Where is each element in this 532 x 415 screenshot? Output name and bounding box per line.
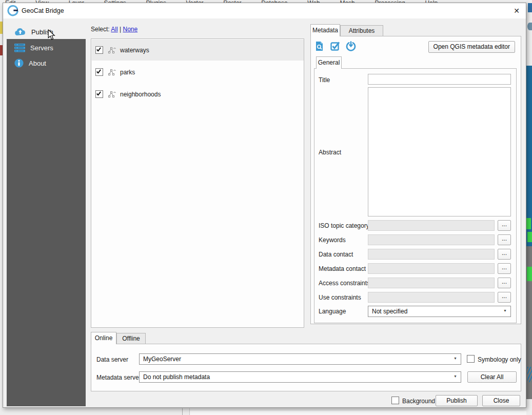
vector-layer-icon [108, 91, 117, 98]
select-none-link[interactable]: None [123, 26, 138, 33]
access-constraints-field [368, 278, 495, 288]
layer-row[interactable]: waterways [92, 39, 304, 61]
geocat-bridge-dialog: GeoCat Bridge ✕ Publish Servers [3, 3, 526, 408]
data-server-value: MyGeoServer [143, 355, 181, 363]
clear-all-button[interactable]: Clear All [467, 371, 517, 383]
tab-online-label: Online [95, 334, 113, 342]
background-checkbox[interactable] [391, 397, 399, 404]
server-stack-icon [14, 44, 25, 52]
select-separator: | [120, 26, 121, 33]
vector-layer-icon [108, 47, 117, 54]
layer-name: waterways [120, 47, 149, 54]
validate-metadata-icon [330, 41, 341, 51]
open-editor-label: Open QGIS metadata editor [434, 43, 510, 50]
metadata-contact-ellipsis-button[interactable]: ... [498, 263, 511, 274]
qgis-toolbar-icon-fragment [528, 3, 532, 12]
layer-name: parks [120, 69, 135, 76]
map-park-fragment-3 [527, 267, 532, 281]
language-value: Not specified [372, 308, 407, 315]
abstract-textarea[interactable] [368, 87, 511, 216]
check-icon [96, 69, 102, 74]
tab-offline[interactable]: Offline [116, 333, 146, 344]
symbology-only-checkbox[interactable] [467, 355, 475, 363]
publish-button[interactable]: Publish [436, 395, 478, 406]
close-icon[interactable]: ✕ [510, 5, 523, 17]
iso-topic-category-field [368, 220, 495, 231]
chevron-down-icon: ▼ [454, 371, 457, 382]
qgis-map-strip [526, 0, 532, 415]
select-bar: Select: All | None [91, 26, 137, 33]
qgis-bottom-fragment [0, 408, 526, 415]
metadata-contact-field [368, 263, 495, 274]
mouse-cursor-icon [48, 29, 55, 41]
language-select[interactable]: Not specified ▼ [368, 306, 511, 317]
layer-checkbox[interactable] [95, 68, 103, 76]
layer-row[interactable]: parks [92, 62, 304, 83]
sidebar-item-publish[interactable]: Publish [7, 25, 86, 39]
metadata-server-label: Metadata server [96, 374, 141, 381]
chevron-down-icon: ▼ [503, 306, 507, 316]
dialog-titlebar[interactable]: GeoCat Bridge ✕ [3, 3, 526, 18]
keywords-field [368, 234, 495, 245]
load-metadata-button[interactable] [346, 41, 356, 51]
sidebar [7, 39, 86, 406]
layer-name: neighborhoods [120, 91, 161, 98]
layer-checkbox[interactable] [95, 46, 103, 54]
field-label: Data contact [319, 251, 353, 258]
tab-attributes[interactable]: Attributes [340, 25, 383, 36]
layer-row[interactable]: neighborhoods [92, 84, 304, 105]
online-pane: Data server MyGeoServer ▼ Symbology only… [91, 344, 521, 391]
window-title: GeoCat Bridge [22, 3, 64, 18]
general-group: Title Abstract ISO topic category ... Ke… [314, 68, 517, 323]
use-constraints-field [368, 292, 495, 303]
panel-divider [182, 408, 183, 415]
layer-list: waterways parks [91, 38, 304, 328]
metadata-pane: Open QGIS metadata editor General Title … [310, 36, 521, 324]
select-label: Select: [91, 26, 110, 33]
map-park-fragment-2 [527, 232, 532, 242]
info-circle-icon [14, 58, 24, 68]
field-label: Keywords [319, 236, 346, 244]
title-input[interactable] [368, 74, 511, 85]
vector-layer-icon [108, 69, 117, 76]
qgis-toolbar-icon-fragment-2 [527, 23, 532, 30]
data-server-select[interactable]: MyGeoServer ▼ [139, 353, 461, 365]
sidebar-item-servers[interactable]: Servers [7, 41, 86, 55]
map-park-fragment [526, 218, 531, 229]
data-contact-field [368, 249, 495, 260]
language-label: Language [319, 308, 346, 315]
field-label: Metadata contact [319, 265, 366, 272]
tab-online[interactable]: Online [91, 332, 116, 344]
data-contact-ellipsis-button[interactable]: ... [498, 249, 511, 260]
chevron-down-icon: ▼ [454, 353, 457, 364]
tab-general-label: General [318, 59, 340, 66]
abstract-label: Abstract [319, 149, 341, 156]
field-label: Use constraints [319, 294, 361, 301]
select-all-link[interactable]: All [111, 26, 117, 33]
check-icon [96, 91, 102, 96]
use-constraints-ellipsis-button[interactable]: ... [498, 292, 511, 303]
keywords-ellipsis-button[interactable]: ... [498, 234, 511, 245]
tab-attributes-label: Attributes [349, 27, 375, 34]
load-metadata-icon [346, 41, 356, 51]
tab-metadata[interactable]: Metadata [310, 24, 340, 36]
field-label: ISO topic category [319, 222, 369, 229]
screen: Edit View Layer Settings Plugins Vector … [0, 0, 532, 415]
validate-metadata-button[interactable] [330, 41, 341, 51]
metadata-server-select[interactable]: Do not publish metadata ▼ [139, 371, 461, 383]
sidebar-item-label: About [29, 60, 46, 67]
title-label: Title [319, 76, 330, 84]
iso-topic-category-ellipsis-button[interactable]: ... [498, 220, 511, 231]
sidebar-item-about[interactable]: About [7, 56, 86, 70]
map-river-fragment [527, 367, 532, 382]
layer-checkbox[interactable] [95, 90, 103, 98]
open-qgis-metadata-editor-button[interactable]: Open QGIS metadata editor [428, 41, 515, 53]
tab-general[interactable]: General [316, 56, 342, 69]
tab-offline-label: Offline [122, 335, 140, 342]
close-button[interactable]: Close [482, 395, 520, 406]
access-constraints-ellipsis-button[interactable]: ... [498, 278, 511, 288]
canvas-edge-fragment [190, 411, 526, 415]
cloud-upload-icon [14, 28, 26, 36]
background-label: Background [402, 398, 435, 405]
preview-metadata-button[interactable] [315, 41, 325, 51]
